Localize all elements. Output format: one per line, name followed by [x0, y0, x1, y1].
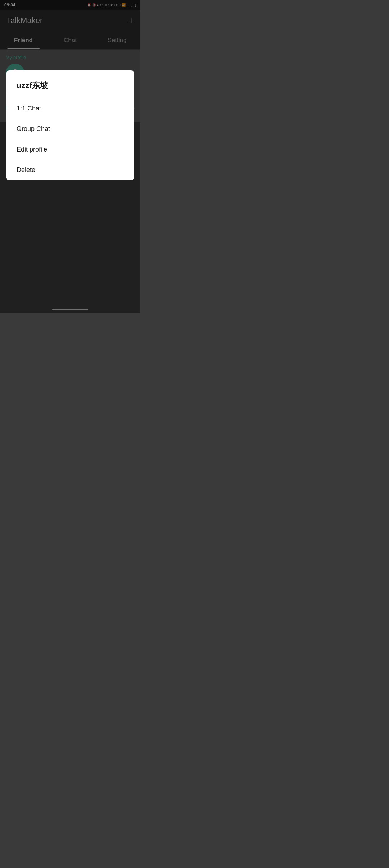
dialog-title: uzzf东坡 [6, 70, 134, 98]
context-menu-dialog: uzzf东坡 1:1 Chat Group Chat Edit profile … [6, 70, 134, 180]
dialog-item-group-chat[interactable]: Group Chat [6, 119, 134, 139]
dialog-item-1-1-chat[interactable]: 1:1 Chat [6, 98, 134, 119]
dialog-item-edit-profile[interactable]: Edit profile [6, 139, 134, 160]
dialog-item-delete[interactable]: Delete [6, 160, 134, 180]
